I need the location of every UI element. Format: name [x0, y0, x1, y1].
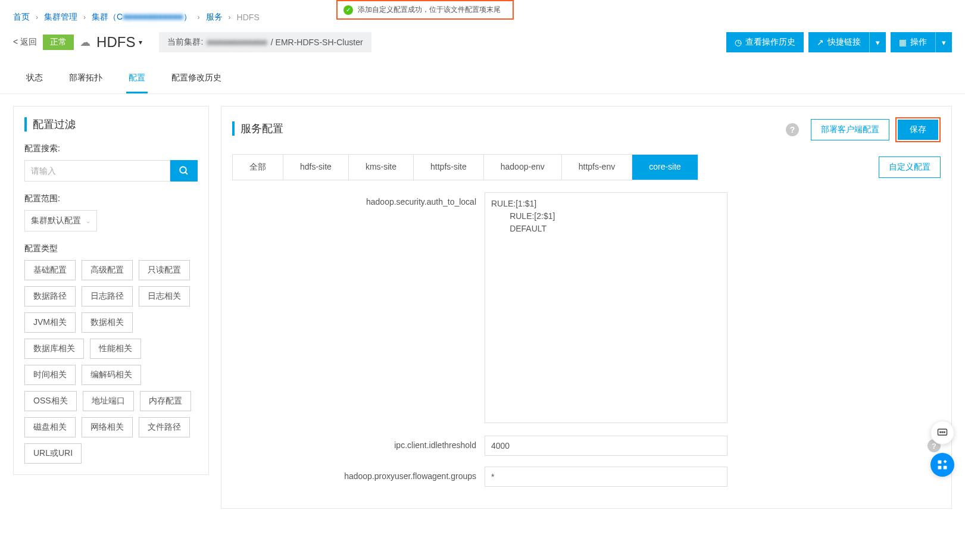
file-tab-all[interactable]: 全部 [233, 155, 283, 180]
tag-codec[interactable]: 编解码相关 [82, 365, 141, 385]
config-row-flowagent-groups: hadoop.proxyuser.flowagent.groups [232, 467, 941, 487]
config-panel: 服务配置 ? 部署客户端配置 保存 全部 hdfs-site kms-site … [221, 106, 952, 509]
cluster-indicator: 当前集群: ■■■■■■■■■■■■ / EMR-HDFS-SH-Cluster [159, 32, 371, 52]
tab-bar: 状态 部署拓扑 配置 配置修改历史 [0, 60, 965, 94]
success-toast: ✓ 添加自定义配置成功，位于该文件配置项末尾 [336, 0, 514, 20]
type-label: 配置类型 [24, 243, 198, 254]
tab-config[interactable]: 配置 [126, 68, 148, 93]
tag-disk[interactable]: 磁盘相关 [24, 417, 76, 437]
operations-label: 操作 [910, 37, 927, 48]
operations-main[interactable]: ▦ 操作 [891, 32, 936, 52]
file-tabs-row: 全部 hdfs-site kms-site httpfs-site hadoop… [232, 154, 941, 180]
config-rows: hadoop.security.auth_to_local ipc.client… [232, 192, 941, 487]
service-name: HDFS [96, 34, 135, 51]
operations-button[interactable]: ▦ 操作 ▾ [891, 32, 952, 52]
tag-oss[interactable]: OSS相关 [24, 391, 77, 411]
file-tab-httpfs-env[interactable]: httpfs-env [562, 155, 632, 180]
tag-basic[interactable]: 基础配置 [24, 260, 76, 280]
apps-button[interactable] [930, 453, 954, 477]
tag-filepath[interactable]: 文件路径 [139, 417, 190, 437]
svg-point-4 [942, 431, 943, 433]
custom-config-button[interactable]: 自定义配置 [879, 157, 941, 178]
page-header: < 返回 正常 ☁ HDFS ▾ 当前集群: ■■■■■■■■■■■■ / EM… [0, 30, 965, 60]
file-tab-kms-site[interactable]: kms-site [349, 155, 414, 180]
tag-jvm[interactable]: JVM相关 [24, 312, 76, 333]
svg-rect-7 [938, 466, 942, 470]
tab-history[interactable]: 配置修改历史 [169, 68, 224, 93]
file-tab-httpfs-site[interactable]: httpfs-site [414, 155, 484, 180]
svg-point-0 [180, 167, 186, 173]
svg-line-1 [185, 172, 188, 174]
help-icon[interactable]: ? [786, 123, 799, 136]
config-key: hadoop.proxyuser.flowagent.groups [232, 467, 476, 481]
tag-time[interactable]: 时间相关 [24, 365, 76, 385]
config-value-textarea[interactable] [485, 192, 727, 423]
config-row-auth-to-local: hadoop.security.auth_to_local [232, 192, 941, 425]
bc-cluster-mgmt[interactable]: 集群管理 [44, 12, 77, 23]
tag-urluri[interactable]: URL或URI [24, 443, 82, 464]
chevron-right-icon: › [229, 13, 231, 21]
grid-icon: ▦ [899, 37, 907, 47]
scope-group: 配置范围: 集群默认配置 ⌄ [24, 193, 198, 231]
tag-memory[interactable]: 内存配置 [140, 391, 191, 411]
svg-point-5 [944, 431, 945, 433]
bc-cluster-suffix: ） [183, 12, 192, 21]
type-group: 配置类型 基础配置 高级配置 只读配置 数据路径 日志路径 日志相关 JVM相关… [24, 243, 198, 464]
chevron-right-icon: › [83, 13, 86, 21]
tab-topology[interactable]: 部署拓扑 [67, 68, 105, 93]
deploy-client-config-button[interactable]: 部署客户端配置 [811, 119, 889, 140]
tag-datarelated[interactable]: 数据相关 [82, 312, 133, 333]
bc-cluster-id: ■■■■■■■■■■■■ [123, 12, 183, 21]
breadcrumb: 首页 › 集群管理 › 集群（C■■■■■■■■■■■■） › 服务 › HDF… [0, 0, 965, 30]
chevron-down-icon: ⌄ [86, 218, 90, 224]
tag-perf[interactable]: 性能相关 [90, 339, 141, 359]
tab-status[interactable]: 状态 [24, 68, 45, 93]
save-button[interactable]: 保存 [898, 120, 938, 140]
filter-title: 配置过滤 [24, 117, 198, 132]
bc-home[interactable]: 首页 [13, 12, 30, 23]
tag-logpath[interactable]: 日志路径 [82, 286, 133, 306]
quicklinks-dropdown[interactable]: ▾ [870, 32, 886, 52]
file-tab-hadoop-env[interactable]: hadoop-env [484, 155, 562, 180]
tag-readonly[interactable]: 只读配置 [139, 260, 190, 280]
quicklinks-button[interactable]: ↗ 快捷链接 ▾ [808, 32, 886, 52]
cluster-name: / EMR-HDFS-SH-Cluster [271, 37, 363, 47]
search-button[interactable] [170, 160, 198, 182]
chat-button[interactable] [930, 421, 954, 445]
file-tab-core-site[interactable]: core-site [632, 155, 698, 180]
tag-network[interactable]: 网络相关 [82, 417, 133, 437]
scope-value: 集群默认配置 [31, 215, 81, 226]
external-link-icon: ↗ [817, 37, 824, 47]
clock-icon: ◷ [735, 37, 742, 47]
scope-select[interactable]: 集群默认配置 ⌄ [24, 210, 97, 231]
floating-buttons [930, 421, 954, 477]
operations-dropdown[interactable]: ▾ [936, 32, 952, 52]
config-value-input[interactable] [485, 467, 727, 487]
tag-dbrelated[interactable]: 数据库相关 [24, 339, 84, 359]
svg-point-3 [940, 431, 941, 433]
status-badge: 正常 [43, 35, 74, 50]
view-history-button[interactable]: ◷ 查看操作历史 [726, 32, 804, 52]
chevron-right-icon: › [36, 13, 38, 21]
tag-advanced[interactable]: 高级配置 [82, 260, 133, 280]
save-highlight: 保存 [895, 117, 941, 142]
bc-cluster[interactable]: 集群（C■■■■■■■■■■■■） [92, 12, 192, 23]
check-circle-icon: ✓ [343, 5, 353, 15]
tag-datapath[interactable]: 数据路径 [24, 286, 76, 306]
file-tab-hdfs-site[interactable]: hdfs-site [283, 155, 349, 180]
bc-service[interactable]: 服务 [206, 12, 223, 23]
tag-addrport[interactable]: 地址端口 [83, 391, 134, 411]
search-icon [179, 165, 189, 176]
chat-icon [936, 427, 948, 439]
header-actions: ◷ 查看操作历史 ↗ 快捷链接 ▾ ▦ 操作 ▾ [726, 32, 952, 52]
config-row-idlethreshold: ipc.client.idlethreshold ? [232, 436, 941, 456]
config-value-input[interactable] [485, 436, 727, 456]
quicklinks-main[interactable]: ↗ 快捷链接 [808, 32, 870, 52]
cluster-id: ■■■■■■■■■■■■ [207, 37, 267, 47]
quicklinks-label: 快捷链接 [827, 37, 861, 48]
search-input[interactable] [24, 160, 170, 182]
back-button[interactable]: < 返回 [13, 37, 37, 48]
tag-logrelated[interactable]: 日志相关 [139, 286, 190, 306]
service-title[interactable]: HDFS ▾ [96, 34, 142, 51]
svg-rect-8 [944, 466, 947, 470]
